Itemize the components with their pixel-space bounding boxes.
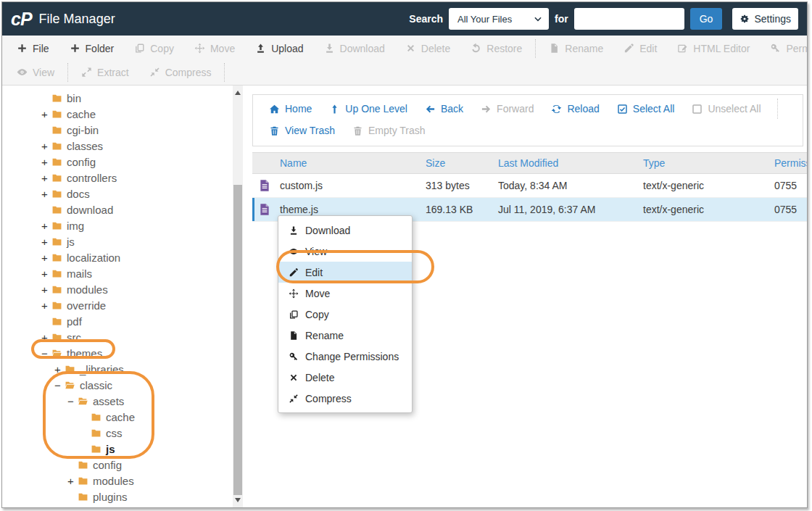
tree-expander[interactable]: + bbox=[38, 331, 51, 344]
tree-expander[interactable]: + bbox=[51, 363, 64, 375]
toolbar-item-compress[interactable]: Compress bbox=[139, 60, 222, 84]
sidebar-scrollbar[interactable] bbox=[233, 86, 243, 507]
tree-item-download[interactable]: download bbox=[2, 202, 233, 217]
toolbar-item-restore[interactable]: Restore bbox=[460, 36, 532, 60]
tree-item-mails[interactable]: +mails bbox=[2, 265, 233, 281]
tree-expander[interactable]: + bbox=[38, 140, 51, 152]
scrollbar-down-arrow[interactable] bbox=[233, 494, 243, 506]
tree-expander[interactable]: + bbox=[38, 220, 51, 232]
tree-expander[interactable]: + bbox=[38, 108, 51, 120]
tree-item-img[interactable]: +img bbox=[2, 217, 233, 233]
context-menu-item-delete[interactable]: Delete bbox=[278, 367, 412, 388]
nav-item-view-trash[interactable]: View Trash bbox=[260, 125, 344, 136]
context-menu-item-rename[interactable]: Rename bbox=[278, 325, 412, 346]
nav-item-empty-trash[interactable]: Empty Trash bbox=[344, 125, 434, 136]
context-menu-item-copy[interactable]: Copy bbox=[278, 304, 412, 325]
tree-item-bin[interactable]: bin bbox=[2, 90, 233, 106]
toolbar-item-extract[interactable]: Extract bbox=[71, 60, 139, 84]
tree-expander[interactable]: − bbox=[65, 395, 77, 407]
tree-expander[interactable]: + bbox=[38, 267, 51, 280]
nav-item-up-one-level[interactable]: Up One Level bbox=[320, 103, 416, 115]
tree-item-label: cache bbox=[106, 411, 135, 423]
tree-item-pdf[interactable]: pdf bbox=[2, 313, 233, 329]
go-button[interactable]: Go bbox=[690, 8, 723, 30]
tree-expander[interactable]: + bbox=[38, 283, 51, 296]
tree-item-localization[interactable]: +localization bbox=[2, 249, 233, 265]
tree-expander[interactable]: + bbox=[38, 172, 51, 184]
folder-icon bbox=[77, 475, 89, 486]
tree-item-classes[interactable]: +classes bbox=[2, 138, 233, 154]
toolbar-item-file[interactable]: File bbox=[7, 36, 59, 60]
tree-item-plugins[interactable]: plugins bbox=[2, 489, 233, 504]
scrollbar-thumb[interactable] bbox=[233, 185, 242, 495]
toolbar-item-move[interactable]: Move bbox=[184, 36, 245, 60]
tree-item-config[interactable]: +config bbox=[2, 154, 233, 170]
tree-expander[interactable]: + bbox=[65, 475, 77, 487]
nav-item-home[interactable]: Home bbox=[260, 103, 320, 115]
compress-icon bbox=[149, 67, 160, 78]
tree-expander[interactable]: + bbox=[38, 236, 51, 248]
nav-item-forward[interactable]: Forward bbox=[472, 103, 542, 115]
nav-item-reload[interactable]: Reload bbox=[542, 103, 608, 115]
scrollbar-up-arrow[interactable] bbox=[233, 87, 243, 99]
search-input[interactable] bbox=[574, 8, 684, 30]
tree-item-config[interactable]: config bbox=[2, 457, 233, 473]
tree-item-modules[interactable]: +modules bbox=[2, 473, 233, 489]
toolbar-item-html-editor[interactable]: HTML Editor bbox=[667, 36, 760, 60]
toolbar-item-view[interactable]: View bbox=[7, 60, 65, 84]
tree-expander[interactable]: + bbox=[38, 299, 51, 312]
tree-expander[interactable]: + bbox=[65, 507, 77, 508]
context-menu-label: View bbox=[305, 246, 327, 257]
toolbar-item-download[interactable]: Download bbox=[314, 36, 395, 60]
context-menu-item-compress[interactable]: Compress bbox=[278, 388, 412, 409]
context-menu-item-edit[interactable]: Edit bbox=[278, 262, 412, 283]
tree-expander[interactable]: + bbox=[38, 188, 51, 200]
column-header-type[interactable]: Type bbox=[640, 153, 771, 174]
column-header-permissions[interactable]: Permissions bbox=[771, 153, 807, 174]
tree-item-assets[interactable]: −assets bbox=[2, 393, 233, 409]
search-scope-select[interactable]: All Your Files bbox=[449, 8, 549, 30]
table-row-custom-js[interactable]: custom.js313 bytesToday, 8:34 AMtext/x-g… bbox=[252, 174, 807, 198]
tree-item-docs[interactable]: +docs bbox=[2, 186, 233, 202]
tree-item-js[interactable]: +js bbox=[2, 233, 233, 249]
tree-item-templates[interactable]: +templates bbox=[2, 504, 233, 507]
tree-item-modules[interactable]: +modules bbox=[2, 281, 233, 297]
context-menu-item-move[interactable]: Move bbox=[278, 283, 412, 304]
context-menu-item-download[interactable]: Download bbox=[278, 220, 412, 241]
folder-icon bbox=[64, 364, 76, 375]
column-header-modified[interactable]: Last Modified bbox=[495, 153, 640, 174]
tree-expander[interactable]: + bbox=[38, 252, 51, 264]
settings-button[interactable]: Settings bbox=[732, 8, 798, 30]
context-menu-item-change-permissions[interactable]: Change Permissions bbox=[278, 346, 412, 367]
tree-item-themes[interactable]: −themes bbox=[2, 345, 233, 361]
toolbar-item-upload[interactable]: Upload bbox=[245, 36, 313, 60]
tree-item-override[interactable]: +override bbox=[2, 297, 233, 313]
toolbar-item-delete[interactable]: Delete bbox=[395, 36, 460, 60]
context-menu-item-view[interactable]: View bbox=[278, 241, 412, 262]
tree-item-cache[interactable]: +cache bbox=[2, 106, 233, 122]
tree-expander[interactable]: − bbox=[38, 347, 51, 360]
nav-item-select-all[interactable]: Select All bbox=[608, 103, 684, 115]
tree-expander[interactable]: + bbox=[38, 156, 51, 168]
toolbar-item-copy[interactable]: Copy bbox=[124, 36, 184, 60]
tree-item-css[interactable]: css bbox=[2, 425, 233, 441]
column-header-size[interactable]: Size bbox=[423, 153, 495, 174]
tree-expander[interactable]: − bbox=[51, 379, 64, 391]
toolbar-item-permissions[interactable]: Permissions bbox=[760, 36, 808, 60]
tree-item-js[interactable]: js bbox=[2, 441, 233, 457]
folder-icon bbox=[77, 507, 89, 508]
nav-item-unselect-all[interactable]: Unselect All bbox=[683, 103, 769, 115]
nav-item-back[interactable]: Back bbox=[416, 103, 472, 115]
tree-item-classic[interactable]: −classic bbox=[2, 377, 233, 393]
toolbar-item-rename[interactable]: Rename bbox=[539, 36, 613, 60]
tree-item-cgi-bin[interactable]: cgi-bin bbox=[2, 122, 233, 138]
tree-item-libraries[interactable]: +_libraries bbox=[2, 361, 233, 377]
column-header-name[interactable]: Name bbox=[277, 153, 423, 174]
toolbar-item-folder[interactable]: Folder bbox=[59, 36, 125, 60]
gear-icon bbox=[740, 14, 750, 24]
toolbar-item-edit[interactable]: Edit bbox=[613, 36, 667, 60]
tree-item-cache[interactable]: cache bbox=[2, 409, 233, 425]
cell-name[interactable]: custom.js bbox=[277, 174, 423, 198]
tree-item-src[interactable]: +src bbox=[2, 329, 233, 345]
tree-item-controllers[interactable]: +controllers bbox=[2, 170, 233, 186]
